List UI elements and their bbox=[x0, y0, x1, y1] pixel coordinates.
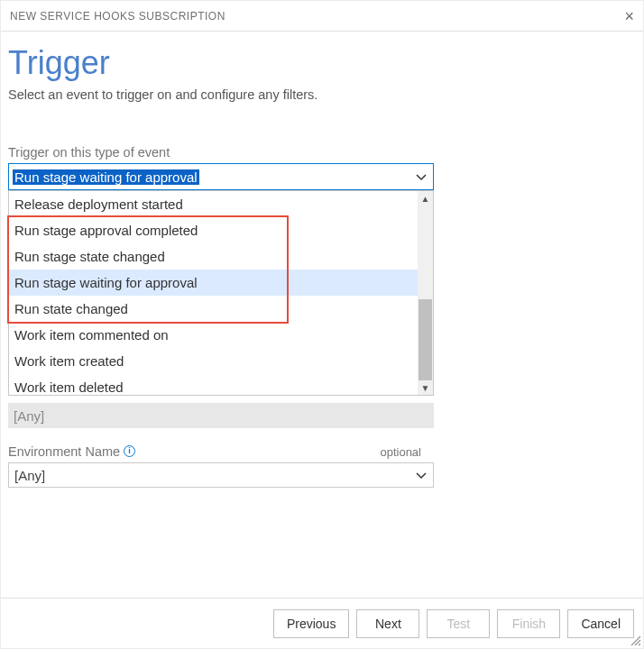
event-option[interactable]: Run stage state changed bbox=[9, 243, 433, 270]
page-subtitle: Select an event to trigger on and config… bbox=[8, 87, 636, 102]
scroll-up-icon[interactable]: ▲ bbox=[419, 191, 432, 206]
scroll-down-icon[interactable]: ▼ bbox=[419, 380, 432, 395]
event-option[interactable]: Release deployment started bbox=[9, 191, 433, 217]
next-button[interactable]: Next bbox=[356, 609, 419, 638]
environment-field: Environment Name i optional [Any] bbox=[8, 444, 636, 488]
scrollbar-thumb[interactable] bbox=[419, 299, 432, 386]
dialog-footer: Previous Next Test Finish Cancel bbox=[1, 598, 643, 648]
event-option[interactable]: Work item created bbox=[9, 348, 433, 374]
event-field-label: Trigger on this type of event bbox=[8, 145, 636, 160]
close-icon[interactable]: × bbox=[624, 8, 634, 24]
event-option[interactable]: Run state changed bbox=[9, 296, 433, 322]
test-button[interactable]: Test bbox=[427, 609, 490, 638]
environment-select[interactable]: [Any] bbox=[8, 462, 434, 488]
finish-button[interactable]: Finish bbox=[497, 609, 560, 638]
optional-tag: optional bbox=[380, 445, 421, 459]
previous-button[interactable]: Previous bbox=[273, 609, 349, 638]
event-option[interactable]: Work item deleted bbox=[9, 374, 433, 400]
event-option[interactable]: Run stage waiting for approval bbox=[9, 270, 433, 296]
resize-grip-icon[interactable] bbox=[629, 634, 641, 646]
dialog-header: NEW SERVICE HOOKS SUBSCRIPTION × bbox=[1, 1, 643, 32]
environment-select-value: [Any] bbox=[14, 468, 45, 483]
pipeline-select-disabled: [Any] bbox=[8, 403, 434, 428]
dialog: NEW SERVICE HOOKS SUBSCRIPTION × Trigger… bbox=[0, 0, 644, 649]
dialog-title: NEW SERVICE HOOKS SUBSCRIPTION bbox=[10, 10, 225, 23]
svg-line-2 bbox=[639, 644, 640, 645]
event-option[interactable]: Run stage approval completed bbox=[9, 217, 433, 243]
dialog-body: Trigger Select an event to trigger on an… bbox=[1, 32, 643, 598]
chevron-down-icon bbox=[415, 170, 428, 183]
event-dropdown: Release deployment startedRun stage appr… bbox=[8, 190, 434, 396]
event-select[interactable]: Run stage waiting for approval bbox=[8, 163, 434, 190]
info-icon[interactable]: i bbox=[124, 445, 135, 457]
environment-label-text: Environment Name bbox=[8, 444, 120, 459]
environment-field-label: Environment Name i optional bbox=[8, 444, 636, 459]
chevron-down-icon bbox=[415, 469, 428, 481]
page-heading: Trigger bbox=[8, 44, 636, 82]
event-field: Trigger on this type of event Run stage … bbox=[8, 145, 636, 190]
scrollbar-track[interactable]: ▲ ▼ bbox=[418, 191, 433, 395]
cancel-button[interactable]: Cancel bbox=[567, 609, 634, 638]
event-select-value: Run stage waiting for approval bbox=[13, 169, 199, 185]
event-option[interactable]: Work item commented on bbox=[9, 322, 433, 348]
pipeline-field: [Any] bbox=[8, 403, 636, 428]
